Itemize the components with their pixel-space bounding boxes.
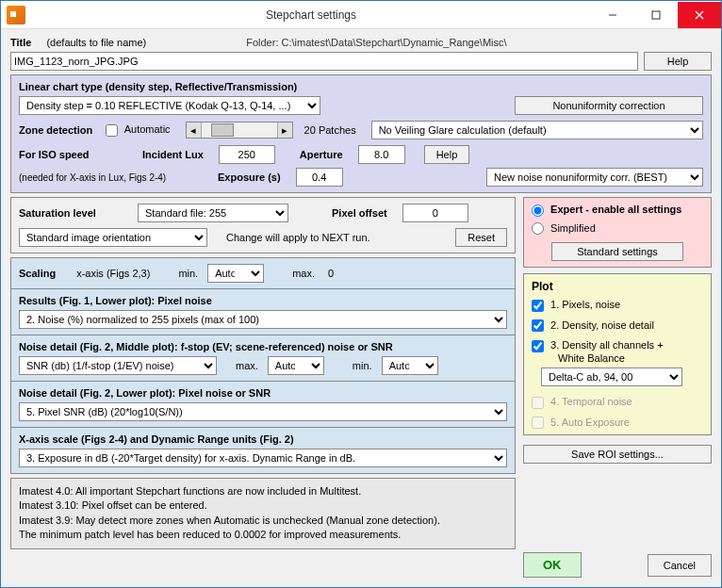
filename-input[interactable] xyxy=(10,52,638,71)
saturation-file-select[interactable]: Standard file: 255 xyxy=(138,204,288,222)
exposure-label: Exposure (s) xyxy=(218,172,281,183)
zone-detection-label: Zone detection xyxy=(19,124,92,136)
plot-3-select[interactable]: Delta-C ab, 94, 00 xyxy=(541,368,682,386)
window-title: Stepchart settings xyxy=(31,8,591,22)
notes-panel: Imatest 4.0: All important Stepchart fun… xyxy=(10,478,516,549)
linear-chart-panel: Linear chart type (density step, Reflect… xyxy=(10,74,712,193)
xscale-select[interactable]: 3. Exposure in dB (-20*Target density) f… xyxy=(19,449,507,467)
plot-4-checkbox: 4. Temporal noise xyxy=(532,396,703,409)
incident-lux-label: Incident Lux xyxy=(142,149,204,160)
aperture-label: Aperture xyxy=(300,149,343,160)
cancel-button[interactable]: Cancel xyxy=(648,554,712,577)
nd-mid-select[interactable]: SNR (db) (1/f-stop (1/EV) noise) xyxy=(19,356,217,375)
aperture-input[interactable] xyxy=(358,145,405,164)
plot-3-sub: White Balance xyxy=(558,352,703,364)
iso-speed-label: For ISO speed xyxy=(19,149,90,160)
results-select[interactable]: 2. Noise (%) normalized to 255 pixels (m… xyxy=(19,310,507,329)
minimize-button[interactable] xyxy=(591,2,634,28)
xaxis-label: x-axis (Figs 2,3) xyxy=(76,268,150,279)
note-line: Imatest 4.0: All important Stepchart fun… xyxy=(19,484,507,498)
app-icon xyxy=(7,6,25,24)
nd-mid-min-select[interactable]: Auto xyxy=(382,356,438,375)
linear-help-button[interactable]: Help xyxy=(424,145,470,164)
reset-button[interactable]: Reset xyxy=(455,228,507,247)
svg-rect-1 xyxy=(652,11,660,19)
nonuniformity-button[interactable]: Nonuniformity correction xyxy=(515,96,703,115)
plot-1-checkbox[interactable]: 1. Pixels, noise xyxy=(532,299,703,312)
title-label: Title xyxy=(10,37,31,48)
max-value: 0 xyxy=(328,268,334,279)
automatic-checkbox[interactable]: Automatic xyxy=(106,123,170,137)
patches-count: 20 Patches xyxy=(304,124,356,136)
scaling-panel: Scaling x-axis (Figs 2,3) min. Auto max.… xyxy=(10,257,516,474)
nd-mid-max-select[interactable]: Auto xyxy=(268,356,324,375)
results-heading: Results (Fig. 1, Lower plot): Pixel nois… xyxy=(19,295,507,306)
note-line: Imatest 3.10: Pixel offset can be entere… xyxy=(19,498,507,513)
ok-button[interactable]: OK xyxy=(523,552,582,578)
max-label: max. xyxy=(292,268,315,279)
titlebar: Stepchart settings xyxy=(1,1,721,29)
mode-panel: Expert - enable all settings Simplified … xyxy=(523,197,712,268)
xaxis-min-select[interactable]: Auto xyxy=(207,264,264,283)
pixel-offset-input[interactable] xyxy=(402,204,468,222)
maximize-button[interactable] xyxy=(634,2,678,28)
note-line: Imatest 3.9: May detect more zones when … xyxy=(19,514,507,528)
simplified-radio[interactable]: Simplified xyxy=(532,222,703,236)
xscale-heading: X-axis scale (Figs 2-4) and Dynamic Rang… xyxy=(19,433,507,445)
plot-heading: Plot xyxy=(532,280,703,293)
saturation-panel: Saturation level Standard file: 255 Pixe… xyxy=(10,197,516,253)
folder-label: Folder: xyxy=(246,37,278,48)
nd-low-heading: Noise detail (Fig. 2, Lower plot): Pixel… xyxy=(19,387,507,399)
orientation-select[interactable]: Standard image orientation xyxy=(19,228,207,247)
plot-3-checkbox[interactable]: 3. Density all channels + xyxy=(532,339,703,352)
pixel-offset-label: Pixel offset xyxy=(332,207,387,219)
plot-2-checkbox[interactable]: 2. Density, noise detail xyxy=(532,319,703,333)
plot-panel: Plot 1. Pixels, noise 2. Density, noise … xyxy=(523,273,712,435)
help-button[interactable]: Help xyxy=(644,52,712,71)
incident-lux-input[interactable] xyxy=(219,145,275,164)
nd-mid-heading: Noise detail (Fig. 2, Middle plot): f-st… xyxy=(19,341,507,352)
save-roi-button[interactable]: Save ROI settings... xyxy=(523,445,712,464)
change-note: Change will apply to NEXT run. xyxy=(226,232,370,243)
iso-note: (needed for X-axis in Lux, Figs 2-4) xyxy=(19,172,166,183)
standard-settings-button[interactable]: Standard settings xyxy=(551,242,683,261)
veiling-glare-select[interactable]: No Veiling Glare calculation (default) xyxy=(371,121,703,139)
plot-5-checkbox: 5. Auto Exposure xyxy=(532,416,703,430)
note-line: The minimum patch level has been reduced… xyxy=(19,528,507,542)
title-hint: (defaults to file name) xyxy=(46,37,146,48)
density-step-select[interactable]: Density step = 0.10 REFLECTIVE (Kodak Q-… xyxy=(19,96,320,115)
saturation-label: Saturation level xyxy=(19,207,132,219)
patches-scrollbar[interactable]: ◂▸ xyxy=(186,122,293,139)
noise-corr-select[interactable]: New noise nonuniformity corr. (BEST) xyxy=(486,168,703,187)
nd-low-select[interactable]: 5. Pixel SNR (dB) (20*log10(S/N)) xyxy=(19,402,507,421)
min-label: min. xyxy=(178,268,198,279)
scaling-label: Scaling xyxy=(19,268,56,279)
folder-path: C:\imatest\Data\Stepchart\Dynamic_Range\… xyxy=(282,37,507,48)
expert-radio[interactable]: Expert - enable all settings xyxy=(532,204,703,217)
close-button[interactable] xyxy=(678,2,721,28)
exposure-input[interactable] xyxy=(296,168,343,187)
linear-heading: Linear chart type (density step, Reflect… xyxy=(19,81,703,92)
